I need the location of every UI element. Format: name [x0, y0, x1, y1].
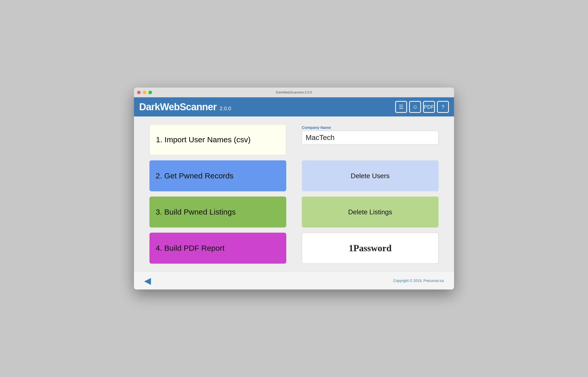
build-listings-label: 3. Build Pwned Listings — [156, 208, 236, 216]
onepassword-logo: 1Password — [349, 243, 392, 254]
user-icon: ☺ — [412, 104, 418, 110]
menu-icon: ☰ — [399, 104, 403, 110]
build-listings-button[interactable]: 3. Build Pwned Listings — [149, 197, 286, 227]
maximize-button[interactable] — [148, 91, 152, 94]
get-pwned-label: 2. Get Pwned Records — [156, 171, 234, 180]
import-button[interactable]: 1. Import User Names (csv) — [149, 124, 286, 155]
footer: ◀ Copyright © 2019, Precursor.ca — [134, 271, 454, 289]
delete-listings-label: Delete Listings — [348, 208, 392, 216]
titlebar: DarkWebScannerv.2.0.0 — [134, 88, 454, 97]
import-label: 1. Import User Names (csv) — [156, 135, 251, 144]
footer-logo: ◀ — [144, 275, 150, 286]
close-button[interactable] — [137, 91, 141, 94]
user-button[interactable]: ☺ — [409, 101, 421, 113]
onepassword-text1: 1Password — [349, 243, 392, 254]
titlebar-title: DarkWebScannerv.2.0.0 — [276, 90, 312, 94]
delete-listings-button[interactable]: Delete Listings — [302, 197, 439, 227]
build-pdf-label: 4. Build PDF Report — [156, 244, 225, 253]
build-pdf-button[interactable]: 4. Build PDF Report — [149, 233, 286, 264]
company-label: Company Name — [302, 125, 439, 130]
minimize-button[interactable] — [143, 91, 146, 94]
app-window: DarkWebScannerv.2.0.0 DarkWebScanner 2.0… — [134, 88, 454, 289]
app-header: DarkWebScanner 2.0.0 ☰ ☺ PDF ? — [134, 97, 454, 116]
main-content: 1. Import User Names (csv) Company Name … — [134, 116, 454, 271]
header-left: DarkWebScanner 2.0.0 — [139, 101, 231, 113]
delete-users-label: Delete Users — [351, 172, 390, 180]
get-pwned-button[interactable]: 2. Get Pwned Records — [149, 160, 286, 191]
app-version: 2.0.0 — [220, 106, 231, 112]
titlebar-buttons — [137, 91, 152, 94]
pdf-button[interactable]: PDF — [423, 101, 435, 113]
onepassword-wrapper: 1Password — [302, 233, 439, 264]
main-grid: 1. Import User Names (csv) Company Name … — [149, 124, 439, 264]
pdf-icon: PDF — [424, 104, 434, 110]
company-field-wrapper: Company Name — [302, 124, 439, 155]
company-input[interactable] — [302, 131, 439, 145]
help-button[interactable]: ? — [437, 101, 449, 113]
app-title: DarkWebScanner — [139, 101, 217, 113]
help-icon: ? — [441, 104, 444, 110]
menu-button[interactable]: ☰ — [395, 101, 407, 113]
footer-copyright: Copyright © 2019, Precursor.ca — [393, 279, 444, 283]
delete-users-button[interactable]: Delete Users — [302, 160, 439, 191]
header-icons: ☰ ☺ PDF ? — [395, 101, 449, 113]
